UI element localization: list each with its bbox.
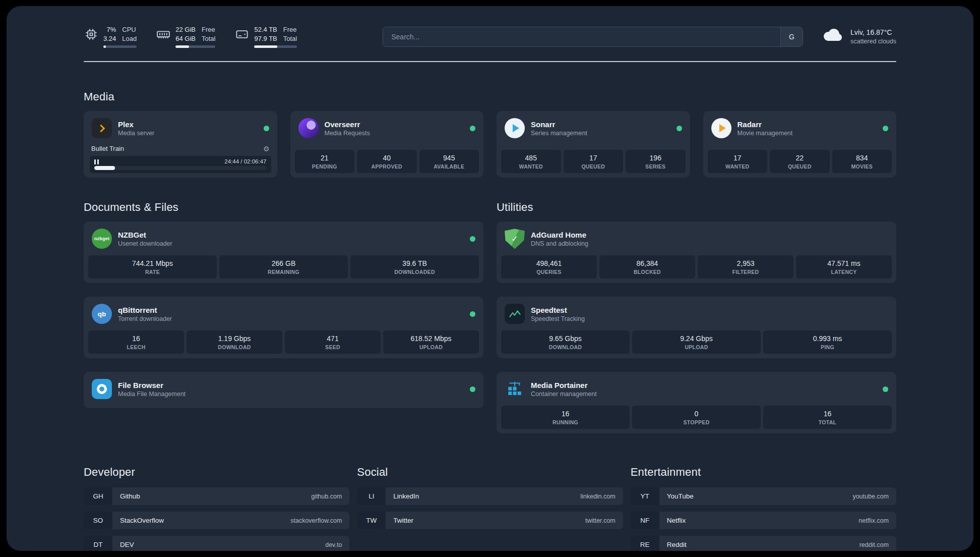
stats-row: 16LEECH1.19 GbpsDOWNLOAD471SEED618.52 Mb… xyxy=(88,328,479,354)
service-card-file-browser[interactable]: File BrowserMedia File Management xyxy=(84,372,483,408)
stat-downloaded: 39.6 TBDOWNLOADED xyxy=(350,255,479,278)
bookmark-twitter[interactable]: TWTwittertwitter.com xyxy=(357,512,623,529)
resource-label: Load xyxy=(122,34,137,43)
stat-ping: 0.993 msPING xyxy=(763,330,892,354)
bookmark-domain: github.com xyxy=(311,493,342,500)
service-description: DNS and adblocking xyxy=(531,240,588,247)
plex-icon xyxy=(92,118,112,138)
bookmark-abbr: DT xyxy=(84,536,112,551)
stat-download: 9.65 GbpsDOWNLOAD xyxy=(501,330,630,354)
section-entertainment: Entertainment YTYouTubeyoutube.comNFNetf… xyxy=(631,466,896,551)
stat-leech: 16LEECH xyxy=(88,330,184,354)
bookmark-abbr: TW xyxy=(357,512,386,529)
sonarr-icon xyxy=(505,118,525,138)
resource-label: Free xyxy=(283,25,297,34)
service-card-radarr[interactable]: RadarrMovie management17WANTED22QUEUED83… xyxy=(703,111,897,178)
section-title-developer: Developer xyxy=(84,466,349,479)
filebrowser-icon xyxy=(92,379,112,399)
bookmark-dev[interactable]: DTDEVdev.to xyxy=(84,536,349,551)
resource-widget: 22 GiBFree64 GiBTotal xyxy=(156,25,215,48)
cpu-icon xyxy=(84,27,99,42)
middle-columns: Documents & Files nzbgetNZBGetUsenet dow… xyxy=(84,201,896,433)
resource-label: Total xyxy=(283,34,297,43)
stat-queries: 498,461QUERIES xyxy=(501,255,597,278)
stat-latency: 47.571 msLATENCY xyxy=(796,255,892,278)
status-dot xyxy=(677,126,682,131)
stats-row: 17WANTED22QUEUED834MOVIES xyxy=(708,148,892,173)
stat-label: LATENCY xyxy=(798,269,890,275)
bookmark-name: StackOverflow xyxy=(120,517,164,524)
stat-label: WANTED xyxy=(710,163,766,170)
overseerr-icon xyxy=(298,118,319,138)
service-card-sonarr[interactable]: SonarrSeries management485WANTED17QUEUED… xyxy=(497,111,690,178)
topbar: 7%CPU3.24Load22 GiBFree64 GiBTotal52.4 T… xyxy=(84,25,896,48)
bookmark-name: Netflix xyxy=(667,517,686,524)
bookmark-abbr: SO xyxy=(84,512,112,529)
playback-progress xyxy=(94,166,267,170)
documents-cards: nzbgetNZBGetUsenet downloader744.21 Mbps… xyxy=(84,221,483,408)
stat-blocked: 86,384BLOCKED xyxy=(599,255,695,278)
weather-widget: Lviv, 16.87°C scattered clouds xyxy=(820,27,896,46)
stat-value: 16 xyxy=(90,335,182,343)
service-card-speedtest[interactable]: SpeedtestSpeedtest Tracking9.65 GbpsDOWN… xyxy=(497,297,896,358)
section-social: Social LILinkedInlinkedin.comTWTwittertw… xyxy=(357,466,623,536)
resource-widget: 7%CPU3.24Load xyxy=(84,25,137,48)
stat-value: 618.52 Mbps xyxy=(385,335,477,343)
stat-value: 266 GB xyxy=(221,259,346,267)
stat-running: 16RUNNING xyxy=(501,406,630,429)
stat-label: SERIES xyxy=(628,163,684,170)
bookmark-abbr: YT xyxy=(631,487,659,505)
service-card-plex[interactable]: PlexMedia serverBullet Train⚙24:44 / 02:… xyxy=(84,111,277,178)
bookmark-reddit[interactable]: RERedditreddit.com xyxy=(631,536,896,551)
bookmark-github[interactable]: GHGithubgithub.com xyxy=(84,487,349,505)
service-card-overseerr[interactable]: OverseerrMedia Requests21PENDING40APPROV… xyxy=(290,111,484,178)
bookmark-domain: dev.to xyxy=(325,541,342,548)
qbittorrent-icon: qb xyxy=(92,304,112,324)
stat-label: QUEUED xyxy=(566,163,622,170)
stat-value: 39.6 TB xyxy=(352,259,477,267)
stat-value: 0 xyxy=(634,410,759,418)
section-documents: Documents & Files nzbgetNZBGetUsenet dow… xyxy=(84,201,483,408)
bookmark-netflix[interactable]: NFNetflixnetflix.com xyxy=(631,512,896,529)
search-input[interactable] xyxy=(383,27,803,47)
entertainment-bookmarks: YTYouTubeyoutube.comNFNetflixnetflix.com… xyxy=(631,487,896,551)
bookmark-abbr: RE xyxy=(631,536,659,551)
resource-value: 7% xyxy=(103,25,116,34)
service-name: Plex xyxy=(118,120,154,129)
stat-value: 47.571 ms xyxy=(798,259,890,267)
adguard-icon: ✓ xyxy=(505,229,525,249)
service-description: Media File Management xyxy=(118,391,186,398)
service-name: NZBGet xyxy=(118,231,172,239)
pause-icon[interactable] xyxy=(94,159,99,164)
resource-label: CPU xyxy=(122,25,137,34)
service-card-qbittorrent[interactable]: qbqBittorrentTorrent downloader16LEECH1.… xyxy=(84,297,483,358)
stat-value: 1.19 Gbps xyxy=(189,335,280,343)
bookmark-youtube[interactable]: YTYouTubeyoutube.com xyxy=(631,487,896,505)
utilities-cards: ✓AdGuard HomeDNS and adblocking498,461QU… xyxy=(497,221,896,433)
stat-label: BLOCKED xyxy=(601,269,693,275)
stat-pending: 21PENDING xyxy=(295,150,355,173)
search-provider-button[interactable]: G xyxy=(780,27,803,46)
service-card-nzbget[interactable]: nzbgetNZBGetUsenet downloader744.21 Mbps… xyxy=(84,221,483,283)
service-card-adguard-home[interactable]: ✓AdGuard HomeDNS and adblocking498,461QU… xyxy=(497,221,896,283)
stat-value: 16 xyxy=(765,410,890,418)
bookmark-linkedin[interactable]: LILinkedInlinkedin.com xyxy=(357,487,623,505)
service-description: Media server xyxy=(118,130,154,137)
stat-label: LEECH xyxy=(90,344,182,350)
section-developer: Developer GHGithubgithub.comSOStackOverf… xyxy=(84,466,349,551)
stat-value: 86,384 xyxy=(601,259,693,267)
service-card-media-portainer[interactable]: Media PortainerContainer management16RUN… xyxy=(497,372,896,433)
stats-row: 16RUNNING0STOPPED16TOTAL xyxy=(501,404,892,429)
topbar-divider xyxy=(84,61,896,62)
bookmark-stackoverflow[interactable]: SOStackOverflowstackoverflow.com xyxy=(84,512,349,529)
gear-icon[interactable]: ⚙ xyxy=(263,145,270,152)
section-title-social: Social xyxy=(357,466,623,479)
stat-value: 17 xyxy=(566,154,622,162)
status-dot xyxy=(883,386,888,392)
stat-value: 471 xyxy=(287,335,379,343)
stat-queued: 22QUEUED xyxy=(770,150,830,173)
service-name: AdGuard Home xyxy=(531,231,588,239)
section-media: Media PlexMedia serverBullet Train⚙24:44… xyxy=(84,90,896,178)
resource-value: 97.9 TB xyxy=(254,34,277,43)
service-name: Radarr xyxy=(738,120,793,129)
